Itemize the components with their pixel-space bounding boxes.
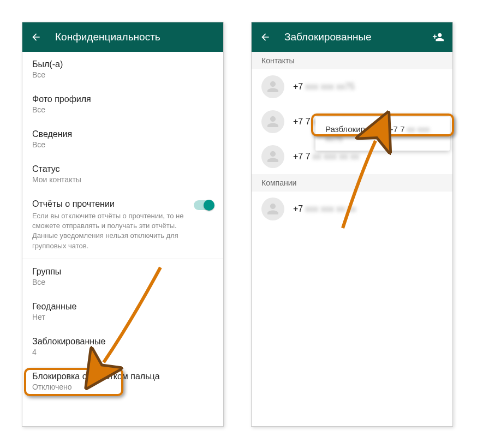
setting-value: Все <box>32 70 213 79</box>
setting-read-receipts[interactable]: Отчёты о прочтении Если вы отключите отч… <box>22 192 223 259</box>
section-companies: Компании <box>252 174 452 192</box>
toggle-switch[interactable] <box>194 200 213 210</box>
avatar-icon <box>261 145 284 168</box>
setting-value: Отключено <box>32 383 213 391</box>
setting-desc: Если вы отключите отчёты о прочтении, то… <box>32 211 189 251</box>
back-arrow-icon[interactable] <box>30 31 42 43</box>
setting-title: Фото профиля <box>32 94 213 104</box>
setting-blocked[interactable]: Заблокированные 4 <box>22 329 223 364</box>
blocked-screen: Заблокированные Контакты +7xxx xxx xx75 … <box>251 22 453 427</box>
back-arrow-icon[interactable] <box>259 31 271 43</box>
setting-value: Все <box>32 278 213 286</box>
header-title: Заблокированные <box>284 31 432 43</box>
setting-title: Геоданные <box>32 302 213 312</box>
avatar-icon <box>261 75 284 98</box>
section-contacts: Контакты <box>252 52 452 69</box>
setting-title: Заблокированные <box>32 337 213 347</box>
setting-fingerprint[interactable]: Блокировка отпечатком пальца Отключено <box>22 364 223 399</box>
add-person-icon[interactable] <box>432 31 445 44</box>
setting-title: Сведения <box>32 129 213 139</box>
setting-status[interactable]: Статус Мои контакты <box>22 157 223 192</box>
phone-number: +7 7xx xxx xx xx <box>293 152 359 162</box>
setting-last-seen[interactable]: Был(-а) Все <box>22 52 223 87</box>
setting-title: Статус <box>32 164 213 174</box>
contact-row[interactable]: +7xxx xxx xx xx <box>252 192 452 226</box>
toggle-knob <box>204 200 214 211</box>
setting-title: Блокировка отпечатком пальца <box>32 372 213 381</box>
setting-value: 4 <box>32 348 213 356</box>
setting-groups[interactable]: Группы Все <box>22 259 223 294</box>
setting-title: Группы <box>32 267 213 277</box>
header-title: Конфиденциальность <box>55 31 216 43</box>
contact-row[interactable]: +7xxx xxx xx75 <box>252 69 452 104</box>
phone-number: +7xxx xxx xx xx <box>293 204 356 214</box>
phone-number: +7xxx xxx xx75 <box>293 82 355 92</box>
avatar-icon <box>261 110 284 133</box>
header: Конфиденциальность <box>22 22 223 52</box>
setting-value: Нет <box>32 313 213 321</box>
setting-value: Все <box>32 140 213 149</box>
setting-title: Был(-а) <box>32 59 213 69</box>
header: Заблокированные <box>252 22 452 52</box>
setting-about[interactable]: Сведения Все <box>22 122 223 157</box>
setting-value: Все <box>32 105 213 114</box>
setting-title: Отчёты о прочтении <box>32 199 189 209</box>
setting-value: Мои контакты <box>32 175 213 184</box>
setting-profile-photo[interactable]: Фото профиля Все <box>22 87 223 122</box>
setting-live-location[interactable]: Геоданные Нет <box>22 294 223 329</box>
context-menu-unblock[interactable]: Разблокировать +7 7xx xxx xx75 <box>315 117 450 151</box>
privacy-screen: Конфиденциальность Был(-а) Все Фото проф… <box>22 22 224 427</box>
avatar-icon <box>261 198 284 220</box>
